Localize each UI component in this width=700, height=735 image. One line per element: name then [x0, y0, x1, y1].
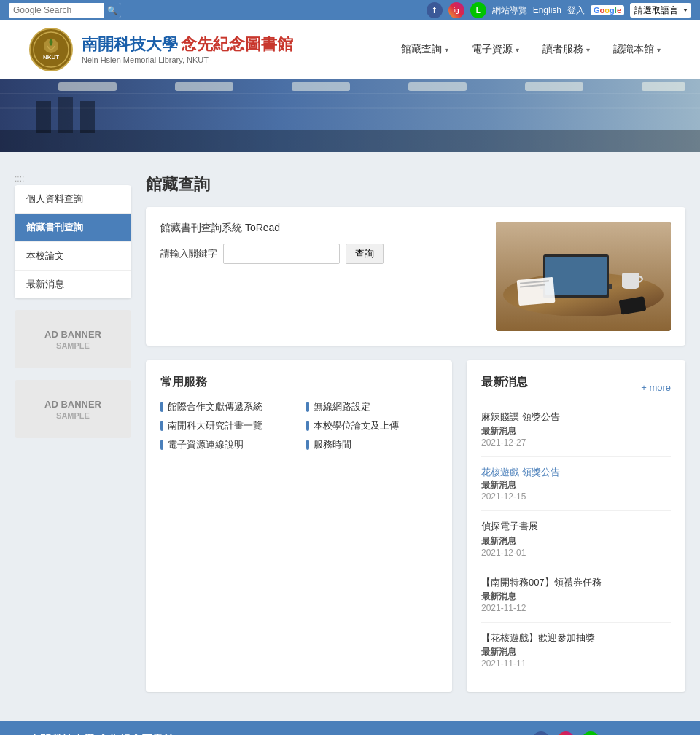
ad-banner-2: AD BANNER SAMPLE — [15, 380, 131, 438]
guide-link[interactable]: 網站導覽 — [492, 4, 527, 17]
top-bar-left: 🔍 — [9, 3, 121, 18]
news-item-5-title: 【花核遊戲】歡迎參加抽獎 — [481, 631, 671, 645]
logo-title-en: Nein Hsien Memorial Library, NKUT — [82, 55, 293, 64]
logo-text: 南開科技大學 念先紀念圖書館 Nein Hsien Memorial Libra… — [82, 35, 293, 64]
svg-rect-9 — [408, 82, 467, 91]
news-item-2-title[interactable]: 花核遊戲 領獎公告 — [481, 467, 560, 478]
nav-item-about[interactable]: 認識本館 ▾ — [603, 39, 671, 61]
banner-image — [0, 79, 700, 152]
logo-icon: NKUT — [29, 28, 73, 71]
services-grid: 館際合作文獻傳遞系統 南開科大研究計畫一覽 電子資源連線說明 — [160, 400, 438, 451]
chevron-down-icon: ▾ — [657, 46, 661, 54]
svg-rect-7 — [175, 82, 233, 91]
banner — [0, 79, 700, 152]
news-item-1-category: 最新消息 — [481, 425, 671, 438]
service-bullet — [306, 440, 309, 450]
chevron-down-icon: ▾ — [586, 46, 590, 54]
svg-rect-11 — [642, 82, 685, 91]
service-item-5[interactable]: 本校學位論文及上傳 — [306, 419, 438, 432]
google-translate-btn[interactable]: Google — [591, 5, 624, 15]
news-item-3-category: 最新消息 — [481, 535, 671, 548]
service-bullet — [306, 402, 309, 412]
news-header: 最新消息 + more — [481, 375, 671, 400]
footer-line-icon[interactable]: L — [582, 731, 599, 735]
service-item-1[interactable]: 館際合作文獻傳遞系統 — [160, 400, 292, 413]
instagram-icon[interactable]: ig — [448, 2, 464, 18]
catalog-image — [496, 222, 671, 331]
footer-facebook-icon[interactable]: f — [532, 731, 550, 735]
news-item-5-category: 最新消息 — [481, 646, 671, 658]
catalog-search-button[interactable]: 查詢 — [346, 244, 384, 264]
ad-banner-1: AD BANNER SAMPLE — [15, 310, 131, 368]
login-link[interactable]: 登入 — [567, 4, 585, 17]
content-area: 館藏查詢 館藏書刊查詢系統 ToRead 請輸入關鍵字 查詢 — [146, 174, 685, 692]
top-bar-links: 網站導覽 English 登入 — [492, 4, 585, 17]
drag-handle[interactable]: :::: — [15, 174, 131, 184]
service-item-4[interactable]: 無線網路設定 — [306, 400, 438, 413]
page-title: 館藏查詢 — [146, 174, 685, 195]
news-item-2-category: 最新消息 — [481, 479, 671, 491]
nav-item-reader[interactable]: 讀者服務 ▾ — [532, 39, 600, 61]
sidebar-item-thesis[interactable]: 本校論文 — [15, 242, 131, 271]
catalog-left: 館藏書刊查詢系統 ToRead 請輸入關鍵字 查詢 — [160, 222, 481, 331]
google-search-box[interactable]: 🔍 — [9, 3, 121, 18]
line-icon[interactable]: L — [470, 2, 486, 18]
language-select[interactable]: 請選取語言 中文 English — [630, 3, 691, 18]
news-item-3: 偵探電子書展 最新消息 2021-12-01 — [481, 520, 671, 567]
common-services: 常用服務 館際合作文獻傳遞系統 南開科大研究計畫一覽 — [146, 360, 452, 692]
services-col-2: 無線網路設定 本校學位論文及上傳 服務時間 — [306, 400, 438, 451]
service-item-3[interactable]: 電子資源連線說明 — [160, 438, 292, 451]
service-bullet — [160, 402, 163, 412]
logo-title-main: 南開科技大學 念先紀念圖書館 — [82, 35, 293, 54]
google-search-input[interactable] — [9, 3, 104, 18]
chevron-down-icon: ▾ — [445, 46, 448, 54]
footer-instagram-icon[interactable]: ig — [557, 731, 575, 735]
main-nav: 館藏查詢 ▾ 電子資源 ▾ 讀者服務 ▾ 認識本館 ▾ — [391, 39, 671, 61]
news-item-1-title: 麻辣賤諜 領獎公告 — [481, 411, 671, 424]
catalog-search-input[interactable] — [223, 244, 340, 264]
catalog-system-name: 館藏書刊查詢系統 ToRead — [160, 222, 481, 235]
news-section: 最新消息 + more 麻辣賤諜 領獎公告 最新消息 2021-12-27 花核… — [467, 360, 685, 692]
catalog-search-row: 請輸入關鍵字 查詢 — [160, 244, 481, 264]
news-item-3-title: 偵探電子書展 — [481, 520, 671, 533]
news-item-5: 【花核遊戲】歡迎參加抽獎 最新消息 2021-11-11 — [481, 631, 671, 677]
svg-rect-13 — [36, 101, 51, 133]
sidebar: :::: 個人資料查詢 館藏書刊查詢 本校論文 最新消息 AD BANNER S… — [15, 174, 131, 692]
sidebar-item-news[interactable]: 最新消息 — [15, 271, 131, 298]
nav-item-catalog[interactable]: 館藏查詢 ▾ — [391, 39, 459, 61]
svg-rect-6 — [58, 82, 117, 91]
svg-text:NKUT: NKUT — [43, 54, 59, 61]
service-item-2[interactable]: 南開科大研究計畫一覽 — [160, 419, 292, 432]
common-services-title: 常用服務 — [160, 375, 438, 390]
svg-rect-20 — [545, 257, 607, 295]
news-item-1: 麻辣賤諜 領獎公告 最新消息 2021-12-27 — [481, 411, 671, 457]
news-title: 最新消息 — [481, 375, 528, 390]
google-search-btn[interactable]: 🔍 — [104, 3, 121, 18]
top-bar: 🔍 f ig L 網站導覽 English 登入 Google 請選取語言 中文… — [0, 0, 700, 20]
svg-rect-22 — [622, 273, 639, 287]
service-item-6[interactable]: 服務時間 — [306, 438, 438, 451]
catalog-section: 館藏書刊查詢系統 ToRead 請輸入關鍵字 查詢 — [146, 207, 685, 346]
english-link[interactable]: English — [533, 5, 561, 15]
svg-rect-12 — [0, 130, 700, 152]
news-item-3-date: 2021-12-01 — [481, 548, 671, 558]
nav-item-eresource[interactable]: 電子資源 ▾ — [462, 39, 529, 61]
news-more-link[interactable]: + more — [641, 382, 671, 393]
facebook-icon[interactable]: f — [427, 2, 443, 18]
service-bullet — [160, 421, 163, 431]
svg-rect-14 — [58, 97, 73, 133]
svg-rect-10 — [525, 82, 583, 91]
sidebar-item-catalog[interactable]: 館藏書刊查詢 — [15, 214, 131, 242]
services-col-1: 館際合作文獻傳遞系統 南開科大研究計畫一覽 電子資源連線說明 — [160, 400, 292, 451]
footer-right: f ig L 網站導覽 登入 — [532, 731, 671, 735]
header: NKUT 南開科技大學 念先紀念圖書館 Nein Hsien Memorial … — [0, 20, 700, 79]
news-item-4-category: 最新消息 — [481, 591, 671, 603]
news-item-1-date: 2021-12-27 — [481, 438, 671, 448]
bottom-row: 常用服務 館際合作文獻傳遞系統 南開科大研究計畫一覽 — [146, 360, 685, 692]
news-item-4: 【南開特務007】領禮券任務 最新消息 2021-11-12 — [481, 576, 671, 623]
news-item-2-date: 2021-12-15 — [481, 491, 671, 502]
logo-area: NKUT 南開科技大學 念先紀念圖書館 Nein Hsien Memorial … — [29, 28, 293, 71]
service-bullet — [160, 440, 163, 450]
sidebar-item-personal[interactable]: 個人資料查詢 — [15, 185, 131, 214]
chevron-down-icon: ▾ — [516, 46, 519, 54]
